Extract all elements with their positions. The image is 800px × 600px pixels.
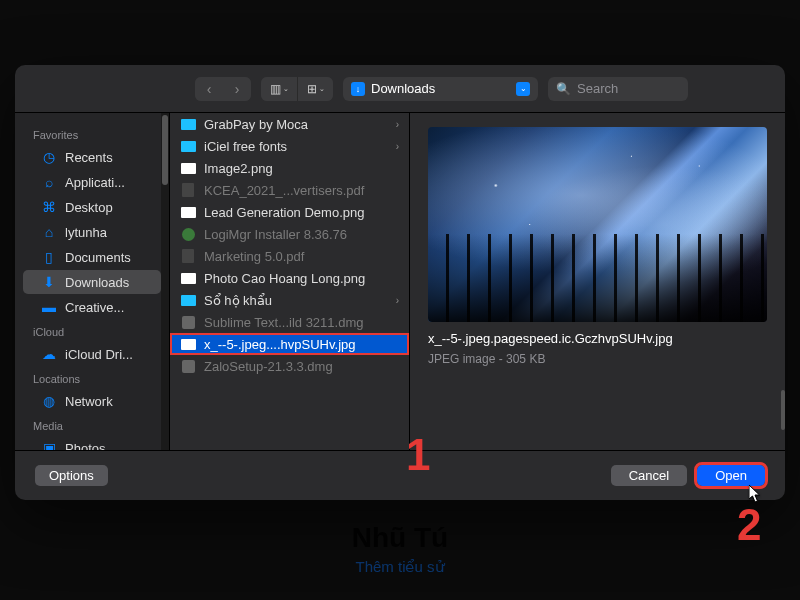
preview-scrollbar[interactable] [781,390,785,430]
preview-image [428,127,767,322]
columns-icon: ▥ [270,82,281,96]
photo-icon: ▣ [41,440,57,450]
file-item[interactable]: Sổ hộ khẩu› [170,289,409,311]
cloud-icon: ☁ [41,346,57,362]
forward-button[interactable]: › [223,77,251,101]
file-item: LogiMgr Installer 8.36.76 [170,223,409,245]
sidebar-item-desktop[interactable]: ⌘Desktop [23,195,161,219]
app-icon [180,226,196,242]
open-button[interactable]: Open [697,465,765,486]
sidebar-header: Favorites [15,123,169,145]
file-name: Sổ hộ khẩu [204,293,388,308]
chevron-right-icon: › [396,141,399,152]
sidebar-item-label: Photos [65,441,105,451]
sidebar-header: iCloud [15,320,169,342]
file-item[interactable]: iCiel free fonts› [170,135,409,157]
sidebar-item-creative[interactable]: ▬Creative... [23,295,161,319]
folder-icon [180,138,196,154]
view-grid-button[interactable]: ⊞⌄ [297,77,333,101]
file-item[interactable]: Photo Cao Hoang Long.png [170,267,409,289]
file-item[interactable]: Lead Generation Demo.png [170,201,409,223]
clock-icon: ◷ [41,149,57,165]
search-icon: 🔍 [556,82,571,96]
file-name: GrabPay by Moca [204,117,388,132]
sidebar-header: Media [15,414,169,436]
grid-icon: ⊞ [307,82,317,96]
sidebar-item-lytunha[interactable]: ⌂lytunha [23,220,161,244]
file-item: Sublime Text...ild 3211.dmg [170,311,409,333]
preview-meta: JPEG image - 305 KB [428,352,767,366]
file-name: LogiMgr Installer 8.36.76 [204,227,399,242]
file-item: KCEA_2021_...vertisers.pdf [170,179,409,201]
file-item[interactable]: GrabPay by Moca› [170,113,409,135]
globe-icon: ◍ [41,393,57,409]
sidebar-item-photos[interactable]: ▣Photos [23,436,161,450]
sidebar-item-recents[interactable]: ◷Recents [23,145,161,169]
location-label: Downloads [371,81,435,96]
sidebar-item-label: lytunha [65,225,107,240]
sidebar: Favorites◷Recents⌕Applicati...⌘Desktop⌂l… [15,113,170,450]
sidebar-item-label: iCloud Dri... [65,347,133,362]
location-popup[interactable]: ↓ Downloads ⌄ [343,77,538,101]
folder-icon: ▬ [41,299,57,315]
file-name: iCiel free fonts [204,139,388,154]
chevron-right-icon: › [396,295,399,306]
file-name: Marketing 5.0.pdf [204,249,399,264]
file-name: KCEA_2021_...vertisers.pdf [204,183,399,198]
file-name: Sublime Text...ild 3211.dmg [204,315,399,330]
view-mode-segment: ▥⌄ ⊞⌄ [261,77,333,101]
sidebar-item-downloads[interactable]: ⬇Downloads [23,270,161,294]
file-open-dialog: ‹ › ▥⌄ ⊞⌄ ↓ Downloads ⌄ 🔍 Favorites◷Rece… [15,65,785,500]
sidebar-item-label: Downloads [65,275,129,290]
options-button[interactable]: Options [35,465,108,486]
down-icon: ⬇ [41,274,57,290]
sidebar-header: Locations [15,367,169,389]
nav-arrows: ‹ › [195,77,251,101]
dialog-footer: Options Cancel Open [15,450,785,500]
view-columns-button[interactable]: ▥⌄ [261,77,297,101]
sidebar-item-label: Desktop [65,200,113,215]
sidebar-item-label: Applicati... [65,175,125,190]
back-button[interactable]: ‹ [195,77,223,101]
search-field[interactable]: 🔍 [548,77,688,101]
sidebar-item-network[interactable]: ◍Network [23,389,161,413]
img-icon [180,204,196,220]
apps-icon: ⌕ [41,174,57,190]
sidebar-item-label: Network [65,394,113,409]
house-icon: ⌂ [41,224,57,240]
file-name: ZaloSetup-21.3.3.dmg [204,359,399,374]
file-name: Photo Cao Hoang Long.png [204,271,399,286]
chevron-right-icon: › [396,119,399,130]
file-item[interactable]: x_--5-.jpeg....hvpSUHv.jpg [170,333,409,355]
cancel-button[interactable]: Cancel [611,465,687,486]
pdf-icon [180,248,196,264]
pdf-icon [180,182,196,198]
search-input[interactable] [577,81,680,96]
sidebar-item-label: Creative... [65,300,124,315]
sidebar-item-documents[interactable]: ▯Documents [23,245,161,269]
preview-filename: x_--5-.jpeg.pagespeed.ic.GczhvpSUHv.jpg [428,330,767,348]
doc-icon: ▯ [41,249,57,265]
file-item[interactable]: Image2.png [170,157,409,179]
dialog-toolbar: ‹ › ▥⌄ ⊞⌄ ↓ Downloads ⌄ 🔍 [15,65,785,113]
preview-pane: x_--5-.jpeg.pagespeed.ic.GczhvpSUHv.jpg … [410,113,785,450]
sidebar-scrollbar[interactable] [162,115,168,185]
chevron-updown-icon: ⌄ [516,82,530,96]
folder-icon [180,116,196,132]
sidebar-item-iclouddri[interactable]: ☁iCloud Dri... [23,342,161,366]
sidebar-item-applicati[interactable]: ⌕Applicati... [23,170,161,194]
sidebar-item-label: Documents [65,250,131,265]
desktop-icon: ⌘ [41,199,57,215]
img-icon [180,270,196,286]
file-name: x_--5-.jpeg....hvpSUHv.jpg [204,337,399,352]
dmg-icon [180,314,196,330]
file-name: Image2.png [204,161,399,176]
file-list-column: GrabPay by Moca›iCiel free fonts›Image2.… [170,113,410,450]
file-name: Lead Generation Demo.png [204,205,399,220]
img-icon [180,336,196,352]
sidebar-item-label: Recents [65,150,113,165]
dialog-body: Favorites◷Recents⌕Applicati...⌘Desktop⌂l… [15,113,785,450]
file-item: ZaloSetup-21.3.3.dmg [170,355,409,377]
img-icon [180,160,196,176]
download-folder-icon: ↓ [351,82,365,96]
